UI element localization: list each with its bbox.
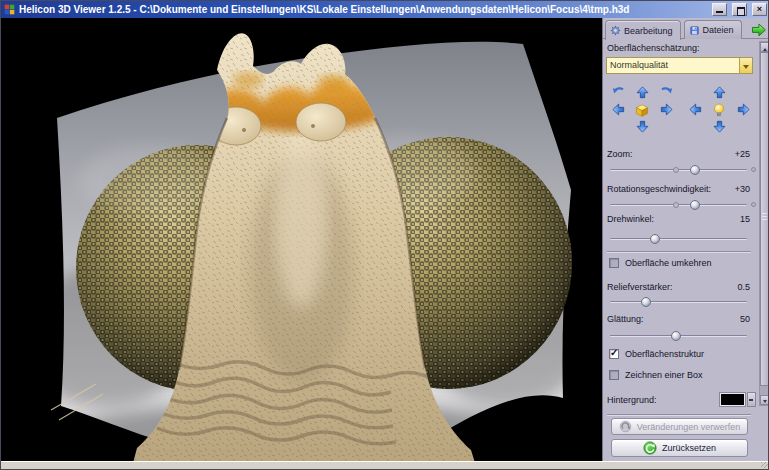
bulb-icon xyxy=(711,102,727,118)
background-color-swatch[interactable] xyxy=(719,392,746,407)
discard-changes-label: Veränderungen verwerfen xyxy=(637,422,741,432)
tab-dateien-label: Dateien xyxy=(703,25,734,35)
restore-button[interactable] xyxy=(732,3,747,16)
rotation-speed-value: +30 xyxy=(735,184,750,194)
surface-estimation-label: Oberflächenschätzung: xyxy=(607,43,750,53)
discard-changes-button[interactable]: Veränderungen verwerfen xyxy=(611,418,748,435)
background-label: Hintergrund: xyxy=(607,395,657,405)
green-arrow-icon[interactable] xyxy=(750,21,767,38)
zoom-label: Zoom: xyxy=(607,149,633,159)
rotate-ccw-icon xyxy=(611,85,626,100)
relief-slider[interactable] xyxy=(610,296,747,308)
dropdown-arrow-button[interactable] xyxy=(739,58,752,73)
titlebar[interactable]: Helicon 3D Viewer 1.2.5 - C:\Dokumente u… xyxy=(1,1,769,18)
relief-slider-handle[interactable] xyxy=(641,297,651,307)
draw-box-checkbox[interactable] xyxy=(609,370,619,380)
light-right-button[interactable] xyxy=(731,101,755,118)
rotate-up-button[interactable] xyxy=(630,84,654,101)
divider xyxy=(607,414,751,416)
divider xyxy=(607,251,751,253)
rotate-cw-icon xyxy=(659,85,674,100)
zoom-slider[interactable] xyxy=(610,164,747,176)
arrow-up-icon xyxy=(635,85,650,100)
arrow-up-icon xyxy=(712,85,727,100)
rotation-speed-slider-handle[interactable] xyxy=(690,200,700,210)
arrow-left-icon xyxy=(688,102,703,117)
zoom-value: +25 xyxy=(735,149,750,159)
object-cube-indicator xyxy=(630,101,654,118)
gear-icon xyxy=(610,25,621,36)
tab-bearbeitung[interactable]: Bearbeitung xyxy=(605,20,681,40)
save-icon xyxy=(689,25,700,36)
reset-icon xyxy=(643,441,657,455)
minimize-button[interactable] xyxy=(712,3,727,16)
cube-icon xyxy=(634,102,650,118)
helicon-app-icon xyxy=(4,4,15,15)
surface-estimation-dropdown[interactable]: Normalqualität xyxy=(606,57,753,74)
draw-box-row: Zeichnen einer Box xyxy=(609,370,703,380)
relief-value: 0.5 xyxy=(737,282,750,292)
app-window: Helicon 3D Viewer 1.2.5 - C:\Dokumente u… xyxy=(0,0,769,470)
zoom-slider-end-dot xyxy=(751,167,756,172)
window-title: Helicon 3D Viewer 1.2.5 - C:\Dokumente u… xyxy=(19,4,707,15)
background-row: Hintergrund: xyxy=(607,392,756,407)
rotate-object-pad xyxy=(606,84,678,135)
arrow-left-icon xyxy=(611,102,626,117)
surface-texture-row: Oberflächenstruktur xyxy=(609,349,704,359)
zoom-slider-notch xyxy=(673,167,679,173)
rotate-cw-button[interactable] xyxy=(654,84,678,101)
relief-slider-track[interactable] xyxy=(610,301,747,303)
rotation-speed-slider-notch xyxy=(673,202,679,208)
draw-box-label: Zeichnen einer Box xyxy=(625,370,703,380)
smoothing-label: Glättung: xyxy=(607,314,644,324)
surface-texture-label: Oberflächenstruktur xyxy=(625,349,704,359)
rotate-right-button[interactable] xyxy=(654,101,678,118)
smoothing-value: 50 xyxy=(740,314,750,324)
arrow-down-icon xyxy=(635,119,650,134)
scroll-thumb[interactable] xyxy=(760,52,769,386)
rotation-angle-label: Drehwinkel: xyxy=(607,214,654,224)
rotation-speed-label: Rotationsgeschwindigkeit: xyxy=(607,184,711,194)
invert-surface-row: Oberfläche umkehren xyxy=(609,258,712,268)
rotation-speed-slider[interactable] xyxy=(610,199,747,211)
light-down-button[interactable] xyxy=(707,118,731,135)
tab-bearbeitung-label: Bearbeitung xyxy=(624,26,673,36)
surface-estimation-value: Normalqualität xyxy=(607,58,739,73)
arrow-right-icon xyxy=(659,102,674,117)
scroll-up-button[interactable] xyxy=(760,42,769,52)
arrow-down-icon xyxy=(712,119,727,134)
rotation-angle-slider[interactable] xyxy=(610,233,747,245)
invert-surface-checkbox[interactable] xyxy=(609,258,619,268)
invert-surface-label: Oberfläche umkehren xyxy=(625,258,712,268)
scroll-down-button[interactable] xyxy=(760,395,769,405)
close-button[interactable]: × xyxy=(752,3,767,16)
light-direction-pad xyxy=(683,84,755,135)
rotation-speed-slider-end-dot xyxy=(751,202,756,207)
fly-head-3d-render xyxy=(1,18,602,463)
background-color-dropdown-button[interactable] xyxy=(747,392,756,407)
rotate-left-button[interactable] xyxy=(606,101,630,118)
tab-dateien[interactable]: Dateien xyxy=(684,20,742,39)
relief-label: Reliefverstärker: xyxy=(607,282,673,292)
light-up-button[interactable] xyxy=(707,84,731,101)
rotation-angle-slider-track[interactable] xyxy=(610,238,747,240)
reset-label: Zurücksetzen xyxy=(662,443,716,453)
panel-scrollbar[interactable] xyxy=(759,41,769,406)
reset-button[interactable]: Zurücksetzen xyxy=(611,439,748,457)
rotate-down-button[interactable] xyxy=(630,118,654,135)
statusbar xyxy=(1,461,769,469)
rotation-angle-value: 15 xyxy=(740,214,750,224)
light-bulb-indicator xyxy=(707,101,731,118)
smoothing-slider[interactable] xyxy=(610,330,747,342)
discard-icon xyxy=(619,420,632,433)
surface-texture-checkbox[interactable] xyxy=(609,349,619,359)
rotation-angle-slider-handle[interactable] xyxy=(650,234,660,244)
smoothing-slider-handle[interactable] xyxy=(671,331,681,341)
zoom-slider-handle[interactable] xyxy=(690,165,700,175)
light-left-button[interactable] xyxy=(683,101,707,118)
rotate-ccw-button[interactable] xyxy=(606,84,630,101)
3d-viewport[interactable] xyxy=(1,18,602,463)
arrow-right-icon xyxy=(736,102,751,117)
control-panel: Bearbeitung Dateien Oberflächenschätzung… xyxy=(602,18,769,463)
